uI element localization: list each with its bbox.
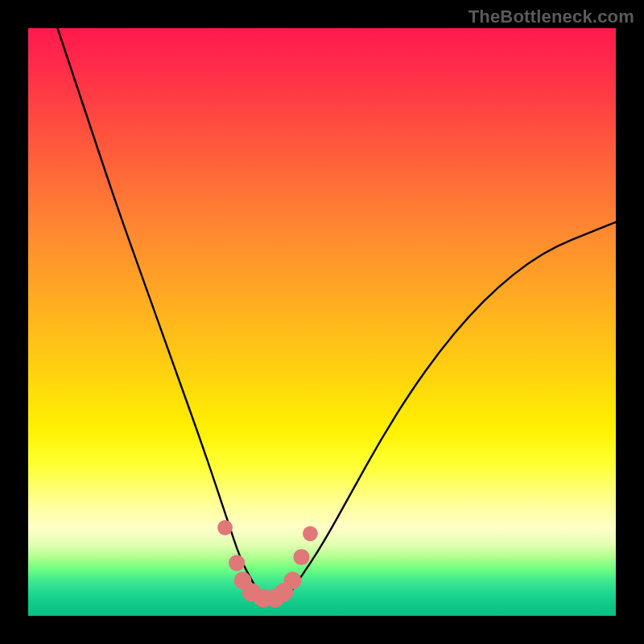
bottleneck-curve-path	[58, 28, 617, 603]
curve-line	[58, 28, 617, 603]
chart-container: TheBottleneck.com	[0, 0, 644, 644]
watermark-text: TheBottleneck.com	[469, 6, 634, 27]
marker-dot	[303, 526, 318, 541]
marker-dot	[229, 555, 245, 571]
chart-svg	[28, 28, 616, 616]
marker-dot	[284, 572, 302, 589]
plot-area	[28, 28, 616, 616]
marker-dot	[293, 549, 309, 565]
marker-dot	[217, 520, 233, 535]
